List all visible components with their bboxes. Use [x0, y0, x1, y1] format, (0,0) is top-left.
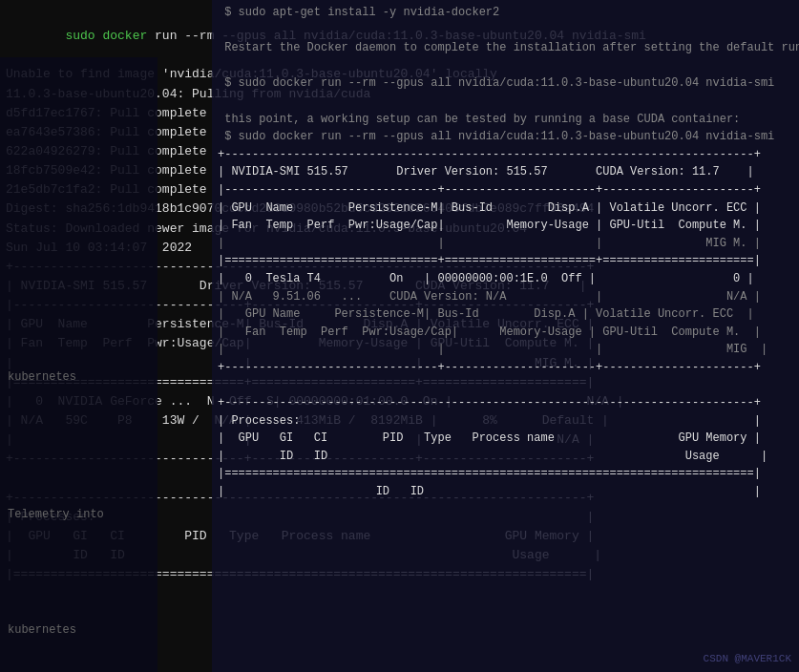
overlay-table-cols2: | Fan Temp Perf Pwr:Usage/Cap| Memory-Us…	[212, 217, 799, 235]
overlay-table-cols1: | GPU Name Persistence-M| Bus-Id Disp.A …	[212, 200, 799, 218]
overlay-proc-cols2: | ID ID Usage |	[212, 448, 799, 466]
overlay-gpu-row1: | 0 Tesla T4 On | 00000000:00:1E.0 Off |…	[212, 270, 799, 288]
sidebar-label-kubernetes-1: kubernetes	[8, 370, 76, 384]
sidebar-label-telemetry: Telemetry into	[8, 508, 104, 521]
overlay-panel-right: $ sudo apt-get install -y nvidia-docker2…	[212, 0, 799, 672]
overlay-table-top: +---------------------------------------…	[212, 146, 799, 164]
command-prefix: sudo docker	[51, 29, 155, 43]
overlay-table-div1: |-------------------------------+-------…	[212, 181, 799, 200]
overlay-spacer-1	[212, 22, 799, 40]
overlay-gpu-mig2: | | | MIG |	[212, 341, 799, 359]
overlay-gpu-row2: | N/A 9.51.06 ... CUDA Version: N/A | N/…	[212, 288, 799, 306]
overlay-spacer-4	[212, 376, 799, 394]
overlay-gpu-fan: | Fan Temp Perf Pwr:Usage/Cap| Memory-Us…	[212, 324, 799, 342]
overlay-table-mig: | | | MIG M. |	[212, 235, 799, 253]
overlay-spacer-2	[212, 57, 799, 75]
overlay-line-3: $ sudo docker run --rm --gpus all nvidia…	[212, 74, 799, 93]
sidebar-label-kubernetes-2: kubernetes	[8, 623, 76, 637]
overlay-gpu-name: | GPU Name Persistence-M| Bus-Id Disp.A …	[212, 305, 799, 324]
overlay-table-sep: |===============================+=======…	[212, 252, 799, 270]
sidebar-panel-left	[0, 57, 158, 672]
watermark: CSDN @MAVER1CK	[704, 653, 791, 664]
overlay-line-4: this point, a working setup can be teste…	[212, 111, 799, 129]
overlay-table-header: | NVIDIA-SMI 515.57 Driver Version: 515.…	[212, 163, 799, 181]
overlay-line-5: $ sudo docker run --rm --gpus all nvidia…	[212, 128, 799, 146]
overlay-table-mid: +-------------------------------+-------…	[212, 359, 799, 377]
overlay-proc-sep: |=======================================…	[212, 465, 799, 483]
overlay-proc-id: | ID ID |	[212, 483, 799, 501]
overlay-proc-border: +---------------------------------------…	[212, 394, 799, 412]
overlay-proc-cols1: | GPU GI CI PID Type Process name GPU Me…	[212, 430, 799, 448]
overlay-line-1: $ sudo apt-get install -y nvidia-docker2	[212, 4, 799, 22]
terminal-window: sudo docker run --rm --gpus all nvidia/c…	[0, 0, 799, 672]
overlay-proc-header: | Processes: |	[212, 412, 799, 430]
overlay-line-2: Restart the Docker daemon to complete th…	[212, 39, 799, 57]
overlay-spacer-3	[212, 93, 799, 111]
